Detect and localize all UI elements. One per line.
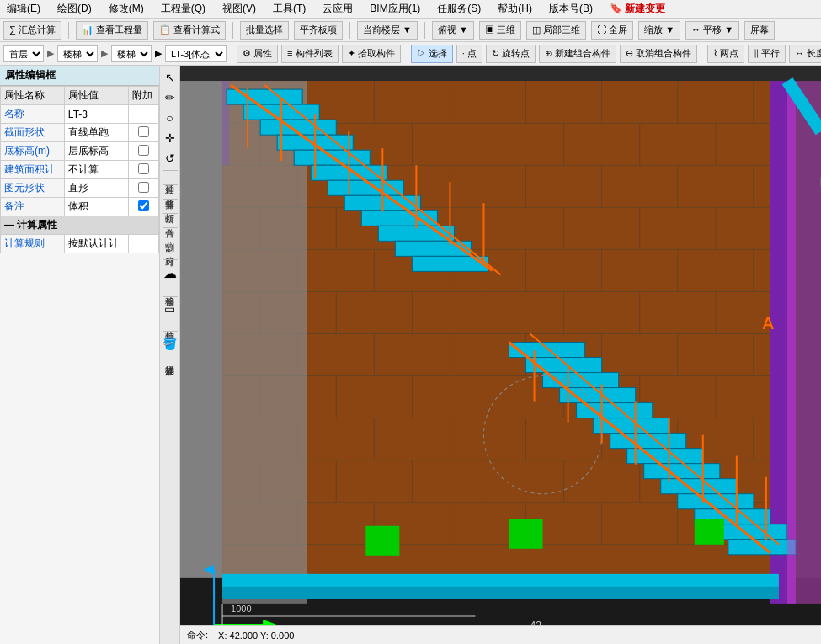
prop-value-area[interactable]: 不计算	[64, 161, 128, 179]
panel-title: 属性编辑框	[0, 66, 159, 86]
plus-icon[interactable]: ✛	[163, 130, 177, 146]
view-formula-btn[interactable]: 📋 查看计算式	[153, 21, 226, 40]
component-type-select[interactable]: 楼梯	[57, 45, 98, 62]
pencil-icon[interactable]: ✏	[163, 89, 177, 106]
floor-select[interactable]: 首层	[3, 45, 44, 62]
local-3d-btn[interactable]: ◫ 局部三维	[526, 21, 586, 40]
menu-modify[interactable]: 修改(M)	[105, 2, 147, 16]
rotate-point-btn[interactable]: ↻ 旋转点	[486, 45, 536, 63]
menu-bar: 编辑(E) 绘图(D) 修改(M) 工程量(Q) 视图(V) 工具(T) 云应用…	[0, 0, 821, 19]
rotate-icon[interactable]: ↺	[163, 150, 177, 167]
svg-rect-146	[222, 587, 779, 599]
menu-bim[interactable]: BIM应用(1)	[366, 2, 424, 16]
vertical-toolbar: ↖ ✏ ○ ✛ ↺ 延伸 非修剪 打断 合并 分割 对称- ☁ 偏移 ▭ 拉伸 …	[160, 66, 180, 644]
offset-btn[interactable]: 偏移	[162, 286, 178, 293]
paint-icon[interactable]: 🪣	[161, 335, 179, 352]
pick-component-btn[interactable]: ✦ 拾取构件	[342, 45, 401, 63]
select-btn[interactable]: ▷ 选择	[411, 45, 453, 63]
table-row: 计算规则 按默认计计	[1, 235, 159, 253]
menu-cloud[interactable]: 云应用	[319, 2, 356, 16]
svg-rect-114	[627, 449, 703, 464]
svg-rect-115	[644, 464, 720, 479]
coord-display: X: 42.000 Y: 0.000	[218, 631, 294, 641]
menu-tools[interactable]: 工具(T)	[269, 2, 309, 16]
component-name-select[interactable]: 楼梯	[111, 45, 152, 62]
status-bar: 命令: X: 42.000 Y: 0.000	[180, 625, 821, 644]
menu-version[interactable]: 版本号(B)	[546, 2, 596, 16]
screen-btn[interactable]: 屏幕	[744, 21, 775, 40]
3d-view-btn[interactable]: ▣ 三维	[479, 21, 521, 40]
checkbox-area[interactable]	[138, 163, 149, 174]
menu-service[interactable]: 任服务(S)	[434, 2, 484, 16]
prop-check-elev[interactable]	[128, 142, 158, 161]
two-point-btn[interactable]: ⌇ 两点	[707, 45, 744, 63]
prop-check-shape[interactable]	[128, 179, 158, 198]
menu-new-change[interactable]: 🔖 新建变更	[606, 2, 669, 16]
table-row: 建筑面积计 不计算	[1, 161, 159, 179]
prop-value-elev[interactable]: 层底标高	[64, 142, 128, 161]
break-btn[interactable]: 打断	[162, 203, 178, 210]
parallel-btn[interactable]: ∥ 平行	[748, 45, 786, 63]
checkbox-shape[interactable]	[138, 182, 149, 193]
status-text: 命令:	[187, 629, 208, 641]
point-btn[interactable]: · 点	[456, 45, 482, 63]
no-trim-btn[interactable]: 非修剪	[162, 189, 178, 195]
prop-check-area[interactable]	[128, 161, 158, 179]
merge-btn[interactable]: 合并	[162, 217, 178, 224]
cad-drawing: A 1000 42	[180, 66, 821, 644]
fullscreen-btn[interactable]: ⛶ 全屏	[591, 21, 633, 40]
menu-edit[interactable]: 编辑(E)	[3, 2, 44, 16]
prop-value-calc[interactable]: 按默认计计	[64, 235, 128, 253]
checkbox-elev[interactable]	[138, 145, 149, 156]
sep3	[349, 22, 350, 39]
prop-check-note[interactable]	[128, 198, 158, 216]
stretch-btn[interactable]: 拉伸	[162, 321, 178, 327]
view-quantity-btn[interactable]: 📊 查看工程量	[76, 21, 148, 40]
pan-btn[interactable]: ↔ 平移 ▼	[685, 21, 739, 40]
prop-label-section: 截面形状	[1, 124, 65, 142]
svg-rect-1	[180, 81, 222, 604]
mirror-btn[interactable]: 对称-	[162, 246, 178, 256]
cancel-combine-btn[interactable]: ⊖ 取消组合构件	[620, 45, 697, 63]
table-row: 截面形状 直线单跑	[1, 124, 159, 142]
cloud-icon[interactable]: ☁	[162, 263, 179, 283]
menu-draw[interactable]: 绘图(D)	[54, 2, 95, 16]
prop-value-note[interactable]: 体积	[64, 198, 128, 216]
top-view-btn[interactable]: 俯视 ▼	[432, 21, 474, 40]
new-combine-btn[interactable]: ⊕ 新建组合构件	[539, 45, 616, 63]
svg-rect-144	[695, 519, 724, 545]
canvas-area[interactable]: A 1000 42	[180, 66, 821, 644]
circle-icon[interactable]: ○	[164, 109, 174, 126]
prop-value-shape[interactable]: 直形	[64, 179, 128, 198]
svg-rect-113	[610, 434, 686, 449]
batch-select-btn[interactable]: 批量选择	[240, 21, 289, 40]
extend-btn[interactable]: 延伸	[162, 174, 178, 181]
cursor-icon[interactable]: ↖	[163, 69, 177, 86]
summarize-btn[interactable]: ∑ 汇总计算	[3, 21, 61, 40]
menu-view[interactable]: 视图(V)	[219, 2, 259, 16]
table-row: 名称 LT-3	[1, 105, 159, 124]
prop-check-section[interactable]	[128, 124, 158, 142]
prop-value-section[interactable]: 直线单跑	[64, 124, 128, 142]
prop-value-name[interactable]: LT-3	[64, 105, 128, 124]
component-list-btn[interactable]: ≡ 构件列表	[281, 45, 338, 63]
align-plate-btn[interactable]: 平齐板项	[294, 21, 343, 40]
split-btn[interactable]: 分割	[162, 232, 178, 238]
menu-quantity[interactable]: 工程量(Q)	[157, 2, 209, 16]
checkbox-note[interactable]	[138, 200, 149, 211]
col-header-name: 属性名称	[1, 87, 65, 105]
prop-label-note: 备注	[1, 198, 65, 216]
component-spec-select[interactable]: LT-3[体态	[165, 45, 227, 62]
checkbox-section[interactable]	[138, 126, 149, 137]
menu-help[interactable]: 帮助(H)	[494, 2, 536, 16]
property-btn2[interactable]: ⚙ 属性	[237, 45, 278, 63]
current-floor-btn[interactable]: 当前楼层 ▼	[357, 21, 418, 40]
rect-icon[interactable]: ▭	[163, 301, 177, 317]
calc-section-header: — 计算属性	[1, 216, 159, 235]
section-header-row: — 计算属性	[1, 216, 159, 235]
vert-sep7	[163, 259, 178, 260]
vert-sep5	[163, 227, 178, 228]
table-row: 图元形状 直形	[1, 179, 159, 198]
length-mark-btn[interactable]: ↔ 长度标注	[789, 45, 821, 63]
zoom-btn[interactable]: 缩放 ▼	[638, 21, 680, 40]
